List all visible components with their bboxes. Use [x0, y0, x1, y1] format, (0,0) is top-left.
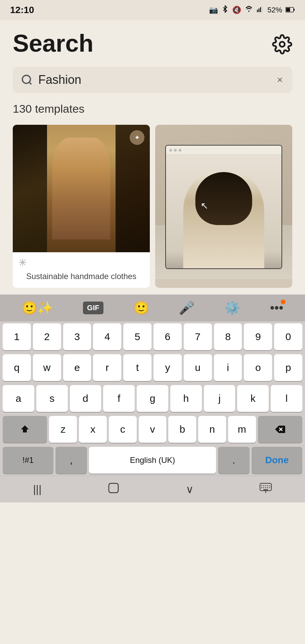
number-row: 1 2 3 4 5 6 7 8 9 0 [0, 321, 305, 352]
browser-dot-1 [169, 149, 172, 152]
sticker-button[interactable]: 🙂✨ [21, 301, 53, 315]
templates-grid: ✦ ✳ Sustainable handmade clothes [13, 125, 292, 288]
key-0[interactable]: 0 [274, 323, 302, 350]
camera-icon: 📷 [209, 6, 218, 14]
gif-button[interactable]: GIF [83, 302, 103, 314]
key-y[interactable]: y [154, 354, 182, 381]
hair [195, 172, 252, 225]
symbols-key[interactable]: !#1 [3, 447, 53, 474]
collage-img-center [47, 125, 116, 252]
qwerty-row: q w e r t y u i o p [0, 352, 305, 383]
keyboard-settings-button[interactable]: ⚙️ [224, 301, 240, 315]
done-key[interactable]: Done [252, 447, 302, 474]
key-z[interactable]: z [49, 416, 77, 443]
cursor-icon: ↖ [201, 200, 208, 211]
key-q[interactable]: q [3, 354, 31, 381]
shift-key[interactable] [3, 416, 47, 443]
more-button[interactable]: ••• [270, 301, 284, 315]
mic-button[interactable]: 🎤 [179, 301, 194, 315]
battery-percent: 52% [267, 6, 282, 14]
key-9[interactable]: 9 [244, 323, 272, 350]
collage-img-right [116, 125, 150, 252]
period-key[interactable]: . [218, 447, 250, 474]
key-b[interactable]: b [168, 416, 196, 443]
recents-button[interactable]: ∨ [186, 483, 193, 496]
collage-center [47, 125, 116, 252]
key-k[interactable]: k [237, 385, 269, 412]
comma-key[interactable]: , [55, 447, 87, 474]
key-6[interactable]: 6 [154, 323, 182, 350]
search-icon [21, 74, 33, 86]
key-f[interactable]: f [103, 385, 135, 412]
asdf-row: a s d f g h j k l [0, 383, 305, 414]
key-r[interactable]: r [93, 354, 121, 381]
space-key[interactable]: English (UK) [89, 447, 216, 474]
keyboard-toolbar: 🙂✨ GIF 🙂 🎤 ⚙️ ••• [0, 294, 305, 321]
browser-bar [166, 146, 281, 155]
key-3[interactable]: 3 [63, 323, 91, 350]
key-n[interactable]: n [198, 416, 226, 443]
bottom-row: !#1 , English (UK) . Done [0, 445, 305, 476]
key-1[interactable]: 1 [3, 323, 31, 350]
svg-rect-7 [286, 8, 290, 12]
templates-count: 130 templates [13, 102, 292, 115]
person-back [183, 172, 264, 268]
mute-icon: 🔇 [232, 6, 241, 14]
key-i[interactable]: i [214, 354, 242, 381]
signal-icon [257, 5, 264, 15]
premium-badge: ✦ [130, 130, 144, 145]
key-x[interactable]: x [79, 416, 107, 443]
svg-rect-1 [257, 10, 258, 12]
template-card-1[interactable]: ✦ ✳ Sustainable handmade clothes [13, 125, 150, 288]
wifi-icon [245, 5, 253, 15]
key-5[interactable]: 5 [123, 323, 151, 350]
app-area: Search Fashion × 130 templates [0, 20, 305, 294]
premium-icon: ✦ [134, 133, 140, 142]
key-7[interactable]: 7 [184, 323, 212, 350]
key-g[interactable]: g [137, 385, 168, 412]
search-bar[interactable]: Fashion × [13, 67, 292, 93]
settings-icon[interactable] [272, 34, 292, 54]
clear-button[interactable]: × [275, 73, 284, 87]
search-input[interactable]: Fashion [38, 73, 270, 87]
key-8[interactable]: 8 [214, 323, 242, 350]
browser-frame: ↖ [165, 145, 282, 269]
key-u[interactable]: u [184, 354, 212, 381]
emoji-button[interactable]: 🙂 [133, 301, 149, 315]
key-4[interactable]: 4 [93, 323, 121, 350]
key-2[interactable]: 2 [33, 323, 61, 350]
back-button[interactable]: ||| [33, 483, 42, 495]
keyboard-toggle-button[interactable] [260, 483, 272, 496]
key-h[interactable]: h [170, 385, 202, 412]
browser-dot-2 [174, 149, 177, 152]
zxcv-row: z x c v b n m [0, 414, 305, 445]
template-card-2[interactable]: ↖ [155, 125, 292, 288]
key-a[interactable]: a [3, 385, 34, 412]
starburst-icon: ✳ [18, 256, 144, 269]
key-c[interactable]: c [109, 416, 137, 443]
face-silhouette [52, 138, 110, 239]
home-button[interactable] [107, 482, 120, 497]
key-o[interactable]: o [244, 354, 272, 381]
svg-point-8 [280, 42, 285, 47]
collage-right [116, 125, 150, 252]
backspace-key[interactable] [258, 416, 302, 443]
key-j[interactable]: j [204, 385, 235, 412]
key-d[interactable]: d [70, 385, 101, 412]
key-l[interactable]: l [271, 385, 302, 412]
key-t[interactable]: t [123, 354, 151, 381]
key-p[interactable]: p [274, 354, 302, 381]
collage-left [13, 125, 47, 252]
key-s[interactable]: s [36, 385, 68, 412]
key-w[interactable]: w [33, 354, 61, 381]
svg-rect-11 [109, 483, 118, 493]
browser-content: ↖ [166, 155, 281, 268]
svg-rect-2 [258, 8, 259, 12]
svg-point-9 [23, 75, 31, 84]
key-e[interactable]: e [63, 354, 91, 381]
status-icons: 📷 🔇 52% [209, 5, 295, 15]
status-bar: 12:10 📷 🔇 52% [0, 0, 305, 20]
svg-point-0 [248, 11, 250, 12]
key-v[interactable]: v [139, 416, 167, 443]
key-m[interactable]: m [228, 416, 256, 443]
